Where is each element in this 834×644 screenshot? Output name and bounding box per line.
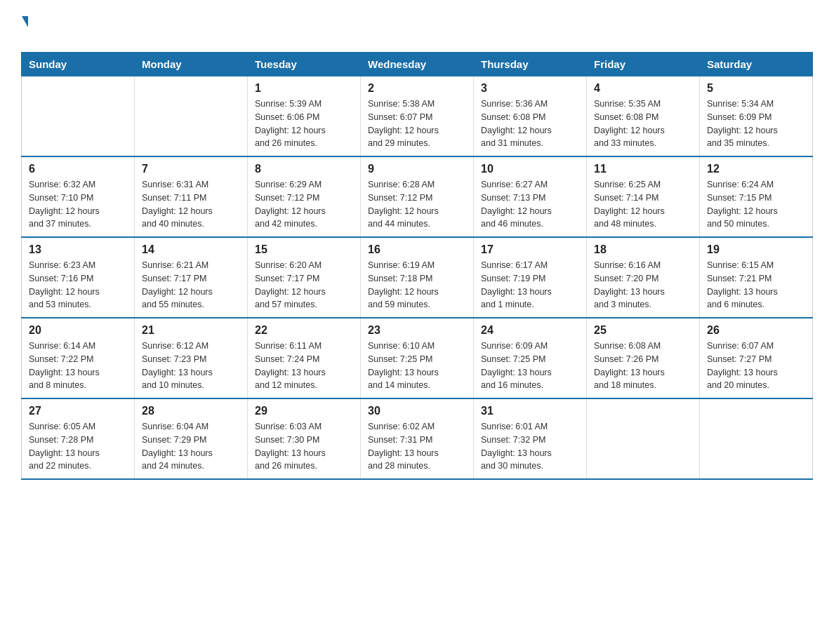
day-info: Sunrise: 6:19 AM Sunset: 7:18 PM Dayligh… xyxy=(368,259,466,311)
day-info: Sunrise: 6:28 AM Sunset: 7:12 PM Dayligh… xyxy=(368,178,466,231)
calendar-cell: 21Sunrise: 6:12 AM Sunset: 7:23 PM Dayli… xyxy=(135,318,248,398)
calendar-header-wednesday: Wednesday xyxy=(361,53,474,76)
day-info: Sunrise: 6:24 AM Sunset: 7:15 PM Dayligh… xyxy=(707,178,805,231)
calendar-cell xyxy=(587,398,700,479)
day-info: Sunrise: 6:05 AM Sunset: 7:28 PM Dayligh… xyxy=(29,420,127,473)
day-info: Sunrise: 6:31 AM Sunset: 7:11 PM Dayligh… xyxy=(142,178,240,231)
day-number: 24 xyxy=(481,324,579,337)
calendar-cell: 2Sunrise: 5:38 AM Sunset: 6:07 PM Daylig… xyxy=(361,76,474,157)
day-number: 27 xyxy=(29,405,127,417)
day-number: 8 xyxy=(255,163,353,175)
calendar-cell xyxy=(700,398,813,479)
day-info: Sunrise: 6:07 AM Sunset: 7:27 PM Dayligh… xyxy=(707,340,805,392)
day-number: 29 xyxy=(255,405,353,417)
day-info: Sunrise: 6:11 AM Sunset: 7:24 PM Dayligh… xyxy=(255,340,353,392)
calendar-cell: 24Sunrise: 6:09 AM Sunset: 7:25 PM Dayli… xyxy=(474,318,587,398)
day-number: 5 xyxy=(707,82,805,95)
day-number: 1 xyxy=(255,82,353,95)
page-header xyxy=(21,14,813,43)
calendar-cell: 5Sunrise: 5:34 AM Sunset: 6:09 PM Daylig… xyxy=(700,76,813,157)
logo xyxy=(21,14,28,43)
calendar-cell: 23Sunrise: 6:10 AM Sunset: 7:25 PM Dayli… xyxy=(361,318,474,398)
calendar-header-monday: Monday xyxy=(135,53,248,76)
calendar-cell: 19Sunrise: 6:15 AM Sunset: 7:21 PM Dayli… xyxy=(700,237,813,318)
day-number: 18 xyxy=(594,243,692,256)
day-info: Sunrise: 6:25 AM Sunset: 7:14 PM Dayligh… xyxy=(594,178,692,231)
day-info: Sunrise: 6:12 AM Sunset: 7:23 PM Dayligh… xyxy=(142,340,240,392)
calendar-header-thursday: Thursday xyxy=(474,53,587,76)
calendar-cell: 20Sunrise: 6:14 AM Sunset: 7:22 PM Dayli… xyxy=(22,318,135,398)
calendar-week-row: 1Sunrise: 5:39 AM Sunset: 6:06 PM Daylig… xyxy=(22,76,813,157)
day-number: 2 xyxy=(368,82,466,95)
day-info: Sunrise: 6:14 AM Sunset: 7:22 PM Dayligh… xyxy=(29,340,127,392)
day-info: Sunrise: 5:39 AM Sunset: 6:06 PM Dayligh… xyxy=(255,98,353,150)
calendar-week-row: 20Sunrise: 6:14 AM Sunset: 7:22 PM Dayli… xyxy=(22,318,813,398)
calendar-cell: 10Sunrise: 6:27 AM Sunset: 7:13 PM Dayli… xyxy=(474,156,587,237)
day-info: Sunrise: 6:15 AM Sunset: 7:21 PM Dayligh… xyxy=(707,259,805,311)
calendar-cell: 3Sunrise: 5:36 AM Sunset: 6:08 PM Daylig… xyxy=(474,76,587,157)
calendar-header-saturday: Saturday xyxy=(700,53,813,76)
calendar-cell: 22Sunrise: 6:11 AM Sunset: 7:24 PM Dayli… xyxy=(248,318,361,398)
day-info: Sunrise: 6:03 AM Sunset: 7:30 PM Dayligh… xyxy=(255,420,353,473)
day-number: 13 xyxy=(29,243,127,256)
day-info: Sunrise: 6:17 AM Sunset: 7:19 PM Dayligh… xyxy=(481,259,579,311)
day-number: 15 xyxy=(255,243,353,256)
calendar-header-tuesday: Tuesday xyxy=(248,53,361,76)
day-number: 20 xyxy=(29,324,127,337)
day-number: 21 xyxy=(142,324,240,337)
calendar-cell: 30Sunrise: 6:02 AM Sunset: 7:31 PM Dayli… xyxy=(361,398,474,479)
day-number: 17 xyxy=(481,243,579,256)
calendar-cell: 9Sunrise: 6:28 AM Sunset: 7:12 PM Daylig… xyxy=(361,156,474,237)
day-number: 31 xyxy=(481,405,579,417)
day-info: Sunrise: 6:10 AM Sunset: 7:25 PM Dayligh… xyxy=(368,340,466,392)
calendar-cell: 29Sunrise: 6:03 AM Sunset: 7:30 PM Dayli… xyxy=(248,398,361,479)
day-number: 7 xyxy=(142,163,240,175)
day-number: 3 xyxy=(481,82,579,95)
day-number: 30 xyxy=(368,405,466,417)
calendar-cell: 8Sunrise: 6:29 AM Sunset: 7:12 PM Daylig… xyxy=(248,156,361,237)
calendar-cell: 25Sunrise: 6:08 AM Sunset: 7:26 PM Dayli… xyxy=(587,318,700,398)
day-number: 9 xyxy=(368,163,466,175)
day-info: Sunrise: 6:09 AM Sunset: 7:25 PM Dayligh… xyxy=(481,340,579,392)
day-number: 23 xyxy=(368,324,466,337)
day-info: Sunrise: 6:32 AM Sunset: 7:10 PM Dayligh… xyxy=(29,178,127,231)
day-number: 28 xyxy=(142,405,240,417)
calendar-table: SundayMondayTuesdayWednesdayThursdayFrid… xyxy=(21,52,813,480)
day-number: 16 xyxy=(368,243,466,256)
calendar-cell: 26Sunrise: 6:07 AM Sunset: 7:27 PM Dayli… xyxy=(700,318,813,398)
day-info: Sunrise: 6:23 AM Sunset: 7:16 PM Dayligh… xyxy=(29,259,127,311)
calendar-week-row: 13Sunrise: 6:23 AM Sunset: 7:16 PM Dayli… xyxy=(22,237,813,318)
calendar-cell: 12Sunrise: 6:24 AM Sunset: 7:15 PM Dayli… xyxy=(700,156,813,237)
day-info: Sunrise: 6:29 AM Sunset: 7:12 PM Dayligh… xyxy=(255,178,353,231)
calendar-cell: 1Sunrise: 5:39 AM Sunset: 6:06 PM Daylig… xyxy=(248,76,361,157)
calendar-header-friday: Friday xyxy=(587,53,700,76)
calendar-cell xyxy=(22,76,135,157)
day-info: Sunrise: 5:38 AM Sunset: 6:07 PM Dayligh… xyxy=(368,98,466,150)
day-number: 6 xyxy=(29,163,127,175)
calendar-cell: 7Sunrise: 6:31 AM Sunset: 7:11 PM Daylig… xyxy=(135,156,248,237)
day-info: Sunrise: 6:02 AM Sunset: 7:31 PM Dayligh… xyxy=(368,420,466,473)
day-info: Sunrise: 6:21 AM Sunset: 7:17 PM Dayligh… xyxy=(142,259,240,311)
day-number: 4 xyxy=(594,82,692,95)
calendar-header-row: SundayMondayTuesdayWednesdayThursdayFrid… xyxy=(22,53,813,76)
day-number: 12 xyxy=(707,163,805,175)
calendar-week-row: 6Sunrise: 6:32 AM Sunset: 7:10 PM Daylig… xyxy=(22,156,813,237)
calendar-cell: 16Sunrise: 6:19 AM Sunset: 7:18 PM Dayli… xyxy=(361,237,474,318)
day-info: Sunrise: 6:27 AM Sunset: 7:13 PM Dayligh… xyxy=(481,178,579,231)
calendar-cell: 17Sunrise: 6:17 AM Sunset: 7:19 PM Dayli… xyxy=(474,237,587,318)
day-info: Sunrise: 6:20 AM Sunset: 7:17 PM Dayligh… xyxy=(255,259,353,311)
calendar-cell: 28Sunrise: 6:04 AM Sunset: 7:29 PM Dayli… xyxy=(135,398,248,479)
day-number: 26 xyxy=(707,324,805,337)
day-info: Sunrise: 6:01 AM Sunset: 7:32 PM Dayligh… xyxy=(481,420,579,473)
day-number: 10 xyxy=(481,163,579,175)
calendar-cell: 31Sunrise: 6:01 AM Sunset: 7:32 PM Dayli… xyxy=(474,398,587,479)
calendar-cell: 14Sunrise: 6:21 AM Sunset: 7:17 PM Dayli… xyxy=(135,237,248,318)
day-info: Sunrise: 5:36 AM Sunset: 6:08 PM Dayligh… xyxy=(481,98,579,150)
calendar-cell: 15Sunrise: 6:20 AM Sunset: 7:17 PM Dayli… xyxy=(248,237,361,318)
day-info: Sunrise: 6:08 AM Sunset: 7:26 PM Dayligh… xyxy=(594,340,692,392)
calendar-cell: 4Sunrise: 5:35 AM Sunset: 6:08 PM Daylig… xyxy=(587,76,700,157)
calendar-cell: 11Sunrise: 6:25 AM Sunset: 7:14 PM Dayli… xyxy=(587,156,700,237)
logo-arrow-icon xyxy=(22,16,28,27)
calendar-cell xyxy=(135,76,248,157)
day-number: 22 xyxy=(255,324,353,337)
